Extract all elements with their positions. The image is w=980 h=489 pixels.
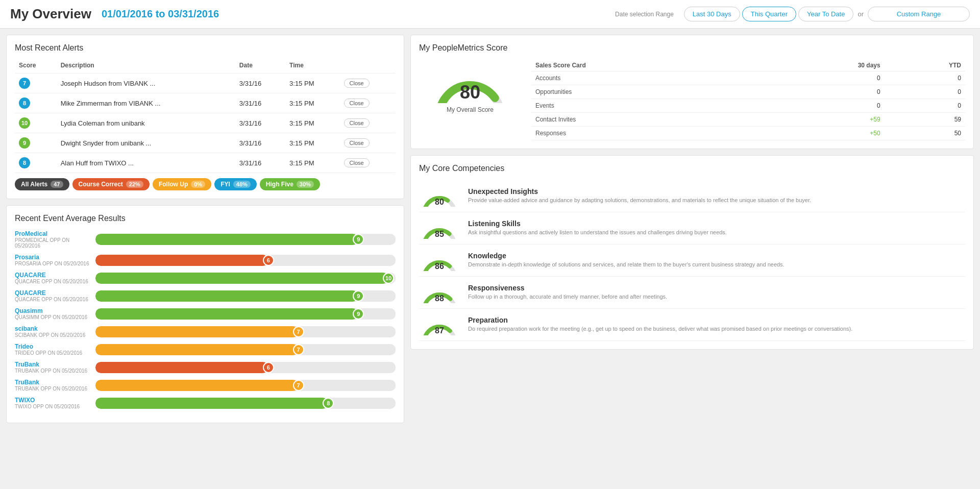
events-list: ProMedical PROMEDICAL OPP ON 05/20/2016 … xyxy=(15,230,396,409)
alert-time: 3:15 PM xyxy=(285,133,340,153)
last-30-days-btn[interactable]: Last 30 Days xyxy=(684,7,740,21)
bar-score: 8 xyxy=(323,398,334,409)
list-item: TWIXO TWIXO OPP ON 05/20/2016 8 xyxy=(15,397,396,409)
close-button[interactable]: Close xyxy=(344,118,370,128)
event-sub: PROSARIA OPP ON 05/20/2016 xyxy=(15,261,91,266)
bar-container: 6 xyxy=(95,362,396,373)
close-button[interactable]: Close xyxy=(344,79,370,88)
close-button[interactable]: Close xyxy=(344,138,370,148)
alert-date: 3/31/16 xyxy=(235,93,285,113)
close-button[interactable]: Close xyxy=(344,99,370,108)
score-row-label: Accounts xyxy=(531,71,763,85)
score-col-header: Sales Score Card xyxy=(531,60,763,71)
alert-time: 3:15 PM xyxy=(285,74,340,93)
alert-date: 3/31/16 xyxy=(235,113,285,133)
alert-close[interactable]: Close xyxy=(340,113,396,133)
event-sub: QUASIMM OPP ON 05/20/2016 xyxy=(15,314,91,320)
bar-container: 10 xyxy=(95,273,396,284)
comp-gauge-wrap: 86 xyxy=(419,250,460,271)
filter-pill[interactable]: Follow Up0% xyxy=(153,178,211,190)
event-name[interactable]: QUACARE xyxy=(15,272,91,279)
competency-row: 86 Knowledge Demonstrate in-depth knowle… xyxy=(419,244,965,277)
event-sub: SCIBANK OPP ON 05/20/2016 xyxy=(15,332,91,338)
list-item: TruBank TRUBANK OPP ON 05/20/2016 7 xyxy=(15,379,396,392)
pm-content: 80 My Overall Score Sales Score Card30 d… xyxy=(419,60,965,140)
competencies-list: 80 Unexpected Insights Provide value-add… xyxy=(419,180,965,341)
filter-count: 47 xyxy=(51,181,63,188)
bar-fill: 7 xyxy=(95,344,298,355)
close-button[interactable]: Close xyxy=(344,158,370,167)
event-name[interactable]: Prosaria xyxy=(15,254,91,261)
comp-score-value: 88 xyxy=(435,294,444,303)
filter-pill[interactable]: All Alerts47 xyxy=(15,178,69,190)
this-quarter-btn[interactable]: This Quarter xyxy=(742,7,796,21)
comp-text: Preparation Do required preparation work… xyxy=(468,316,852,333)
filter-pill[interactable]: High Five30% xyxy=(260,178,320,190)
event-name[interactable]: ProMedical xyxy=(15,230,91,237)
event-name[interactable]: TruBank xyxy=(15,379,91,386)
event-name[interactable]: TruBank xyxy=(15,361,91,368)
col-action xyxy=(340,60,396,74)
comp-text: Listening Skills Ask insightful question… xyxy=(468,219,727,236)
table-row: Responses +50 50 xyxy=(531,127,965,140)
alert-date: 3/31/16 xyxy=(235,153,285,173)
year-to-date-btn[interactable]: Year To Date xyxy=(798,7,853,21)
alert-close[interactable]: Close xyxy=(340,93,396,113)
peoplemetrics-card: My PeopleMetrics Score 80 My Overall Sco… xyxy=(410,35,974,149)
event-name[interactable]: QUACARE xyxy=(15,289,91,297)
score-row-ytd: 59 xyxy=(885,113,965,127)
filter-label: Follow Up xyxy=(159,181,188,188)
event-name[interactable]: scibank xyxy=(15,325,91,332)
col-desc: Description xyxy=(57,60,235,74)
custom-range-btn[interactable]: Custom Range xyxy=(868,7,970,21)
alert-score: 10 xyxy=(15,113,57,133)
bar-container: 7 xyxy=(95,380,396,391)
overall-score-value: 80 xyxy=(460,82,480,103)
table-row: Opportunities 0 0 xyxy=(531,85,965,99)
alert-score: 7 xyxy=(15,74,57,93)
table-row: 9 Dwight Snyder from unibank ... 3/31/16… xyxy=(15,133,396,153)
alert-close[interactable]: Close xyxy=(340,153,396,173)
table-row: Contact Invites +59 59 xyxy=(531,113,965,127)
alert-close[interactable]: Close xyxy=(340,133,396,153)
filter-label: High Five xyxy=(266,181,293,188)
event-label: TruBank TRUBANK OPP ON 05/20/2016 xyxy=(15,361,91,374)
comp-score-value: 86 xyxy=(435,262,444,271)
event-name[interactable]: TWIXO xyxy=(15,397,91,404)
table-row: Accounts 0 0 xyxy=(531,71,965,85)
event-sub: TWIXO OPP ON 05/20/2016 xyxy=(15,404,91,409)
bar-container: 9 xyxy=(95,290,396,302)
alert-time: 3:15 PM xyxy=(285,153,340,173)
bar-fill: 9 xyxy=(95,234,358,245)
event-label: scibank SCIBANK OPP ON 05/20/2016 xyxy=(15,325,91,338)
comp-desc: Ask insightful questions and actively li… xyxy=(468,229,727,236)
event-name[interactable]: Trideo xyxy=(15,343,91,350)
alert-date: 3/31/16 xyxy=(235,133,285,153)
right-panel: My PeopleMetrics Score 80 My Overall Sco… xyxy=(410,35,974,423)
filter-pill[interactable]: Course Correct22% xyxy=(72,178,150,190)
competency-row: 85 Listening Skills Ask insightful quest… xyxy=(419,212,965,244)
filter-pill[interactable]: FYI48% xyxy=(214,178,257,190)
filter-label: Course Correct xyxy=(79,181,123,188)
score-row-ytd: 50 xyxy=(885,127,965,140)
alert-close[interactable]: Close xyxy=(340,74,396,93)
score-row-days: +50 xyxy=(763,127,885,140)
overall-score-label: My Overall Score xyxy=(447,106,494,113)
table-row: 7 Joseph Hudson from VIBANK ... 3/31/16 … xyxy=(15,74,396,93)
event-label: Trideo TRIDEO OPP ON 05/20/2016 xyxy=(15,343,91,356)
bar-fill: 6 xyxy=(95,255,268,266)
score-row-ytd: 0 xyxy=(885,99,965,113)
score-row-days: 0 xyxy=(763,71,885,85)
event-label: Prosaria PROSARIA OPP ON 05/20/2016 xyxy=(15,254,91,266)
col-date: Date xyxy=(235,60,285,74)
bar-fill: 7 xyxy=(95,326,298,337)
competency-row: 80 Unexpected Insights Provide value-add… xyxy=(419,180,965,212)
table-row: 8 Alan Huff from TWIXO ... 3/31/16 3:15 … xyxy=(15,153,396,173)
bar-container: 7 xyxy=(95,344,396,355)
date-buttons: Last 30 Days This Quarter Year To Date o… xyxy=(684,7,970,21)
event-name[interactable]: Quasimm xyxy=(15,307,91,314)
comp-desc: Follow up in a thorough, accurate and ti… xyxy=(468,293,667,301)
alert-time: 3:15 PM xyxy=(285,93,340,113)
col-time: Time xyxy=(285,60,340,74)
bar-fill: 9 xyxy=(95,290,358,302)
